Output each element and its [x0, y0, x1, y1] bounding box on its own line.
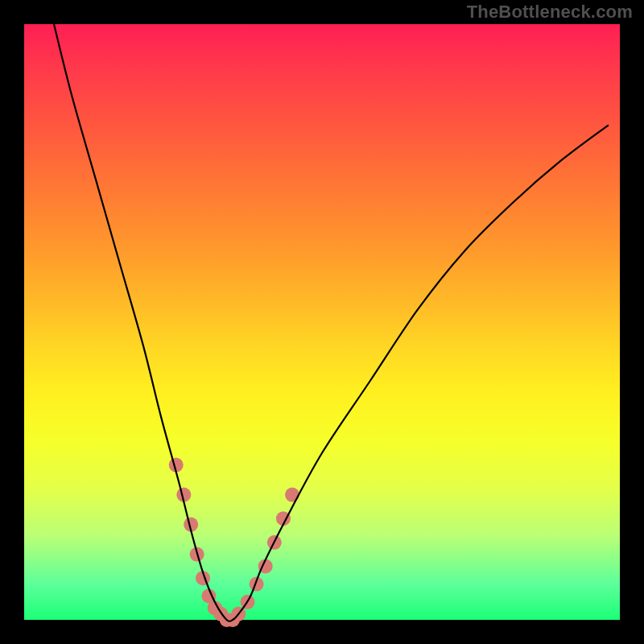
bottleneck-curve	[54, 24, 608, 621]
chart-frame: TheBottleneck.com	[0, 0, 644, 644]
highlight-dots	[169, 458, 299, 627]
highlight-dot	[285, 488, 299, 502]
plot-area	[24, 24, 620, 620]
chart-svg	[24, 24, 620, 620]
watermark-text: TheBottleneck.com	[467, 2, 633, 23]
